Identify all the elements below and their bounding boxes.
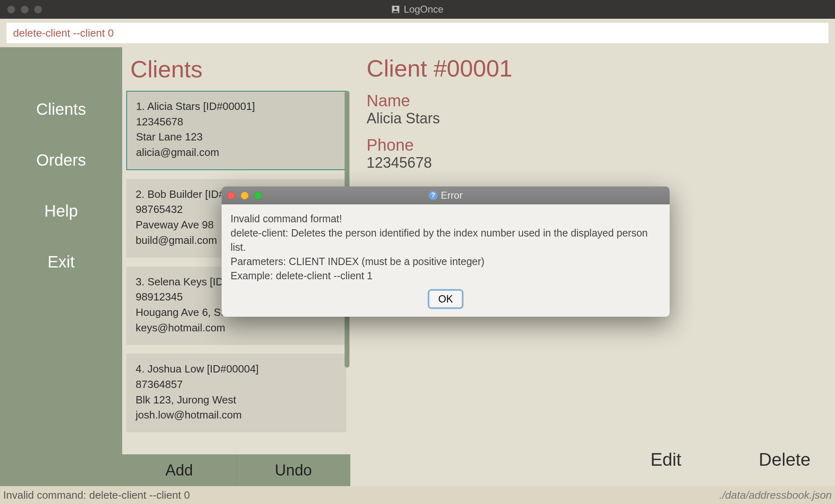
client-card-email: josh.low@hotmail.com: [136, 408, 337, 423]
delete-button[interactable]: Delete: [759, 449, 811, 470]
window-title-text: LogOnce: [404, 4, 443, 15]
name-value: Alicia Stars: [367, 110, 819, 127]
client-card[interactable]: 1. Alicia Stars [ID#00001]12345678Star L…: [126, 91, 346, 170]
close-icon[interactable]: [7, 6, 15, 13]
add-button[interactable]: Add: [122, 454, 236, 486]
detail-title: Client #00001: [367, 55, 819, 82]
name-label: Name: [367, 92, 819, 110]
minimize-icon[interactable]: [21, 6, 29, 13]
command-bar: [0, 19, 835, 47]
client-list-title: Clients: [122, 47, 350, 87]
dialog-body: Invalid command format! delete-client: D…: [222, 204, 670, 286]
help-icon: ?: [428, 191, 437, 200]
dialog-line: Parameters: CLIENT INDEX (must be a posi…: [231, 254, 661, 269]
sidebar: Clients Orders Help Exit: [0, 47, 122, 486]
sidebar-item-orders[interactable]: Orders: [0, 151, 122, 169]
dialog-title: ? Error: [428, 190, 462, 201]
minimize-icon[interactable]: [241, 192, 248, 199]
dialog-footer: OK: [222, 286, 670, 317]
phone-value: 12345678: [367, 154, 819, 171]
app-icon: [391, 5, 400, 13]
maximize-icon[interactable]: [34, 6, 42, 13]
undo-button[interactable]: Undo: [236, 454, 351, 486]
status-bar: Invalid command: delete-client --client …: [0, 486, 835, 504]
client-card-header: 4. Joshua Low [ID#00004]: [136, 362, 337, 377]
edit-button[interactable]: Edit: [650, 449, 681, 470]
error-dialog: ? Error Invalid command format! delete-c…: [222, 186, 670, 317]
dialog-titlebar: ? Error: [222, 186, 670, 204]
detail-actions: Edit Delete: [650, 449, 811, 470]
client-card[interactable]: 4. Joshua Low [ID#00004]87364857Blk 123,…: [126, 354, 346, 432]
client-card-address: Blk 123, Jurong West: [136, 392, 337, 408]
dialog-title-text: Error: [441, 190, 462, 201]
svg-point-1: [394, 7, 397, 9]
dialog-line: delete-client: Deletes the person identi…: [231, 226, 661, 254]
sidebar-item-help[interactable]: Help: [0, 202, 122, 220]
status-message: Invalid command: delete-client --client …: [3, 489, 190, 502]
close-icon[interactable]: [227, 192, 235, 199]
window-controls: [7, 6, 42, 13]
dialog-window-controls: [227, 192, 262, 199]
client-card-phone: 12345678: [136, 114, 336, 130]
client-card-address: Star Lane 123: [136, 129, 336, 145]
ok-button[interactable]: OK: [429, 290, 462, 308]
sidebar-item-exit[interactable]: Exit: [0, 253, 122, 271]
list-action-bar: Add Undo: [122, 454, 350, 486]
command-input[interactable]: [7, 23, 828, 43]
dialog-line: Example: delete-client --client 1: [231, 269, 661, 283]
client-card-phone: 87364857: [136, 377, 337, 392]
dialog-line: Invalid command format!: [231, 212, 661, 226]
status-filepath: ./data/addressbook.json: [719, 489, 832, 502]
client-card-email: keys@hotmail.com: [136, 320, 337, 336]
main-window-titlebar: LogOnce: [0, 0, 835, 19]
client-card-email: alicia@gmail.com: [136, 145, 336, 160]
window-title: LogOnce: [391, 4, 443, 15]
sidebar-item-clients[interactable]: Clients: [0, 100, 122, 118]
maximize-icon[interactable]: [254, 192, 262, 199]
client-card-header: 1. Alicia Stars [ID#00001]: [136, 99, 336, 114]
phone-label: Phone: [367, 136, 819, 154]
